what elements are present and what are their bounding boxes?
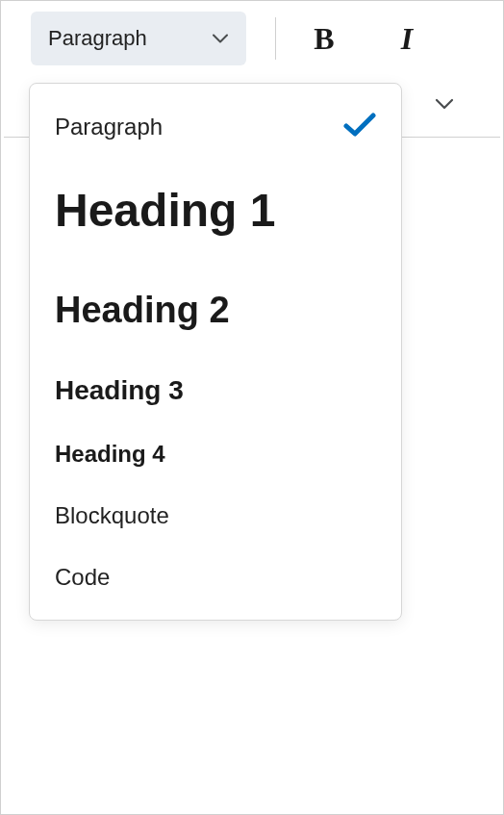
dropdown-item-label: Code [55,564,110,591]
dropdown-item-label: Heading 2 [55,291,230,331]
toolbar-divider [275,17,276,60]
chevron-down-icon [435,98,454,110]
dropdown-item-code[interactable]: Code [30,547,401,608]
dropdown-item-heading-1[interactable]: Heading 1 [30,159,401,264]
block-format-selector[interactable]: Paragraph [31,12,246,65]
block-format-label: Paragraph [48,26,147,51]
editor-frame: Paragraph B I Paragraph [0,0,504,815]
dropdown-item-label: Heading 3 [55,375,184,406]
dropdown-item-label: Blockquote [55,502,169,529]
more-options-toggle[interactable] [429,90,460,119]
dropdown-item-heading-4[interactable]: Heading 4 [30,423,401,485]
bold-icon: B [314,21,334,57]
dropdown-item-label: Heading 1 [55,186,275,237]
bold-button[interactable]: B [297,12,351,65]
toolbar: Paragraph B I [4,4,500,73]
italic-button[interactable]: I [380,12,434,65]
chevron-down-icon [212,30,229,47]
dropdown-item-label: Heading 4 [55,441,165,468]
checkmark-icon [343,113,376,141]
italic-icon: I [401,21,413,57]
dropdown-item-heading-3[interactable]: Heading 3 [30,358,401,423]
dropdown-item-heading-2[interactable]: Heading 2 [30,264,401,358]
dropdown-item-paragraph[interactable]: Paragraph [30,95,401,159]
dropdown-item-label: Paragraph [55,114,163,140]
block-format-dropdown: Paragraph Heading 1 Heading 2 Heading 3 … [29,83,402,621]
dropdown-item-blockquote[interactable]: Blockquote [30,485,401,547]
